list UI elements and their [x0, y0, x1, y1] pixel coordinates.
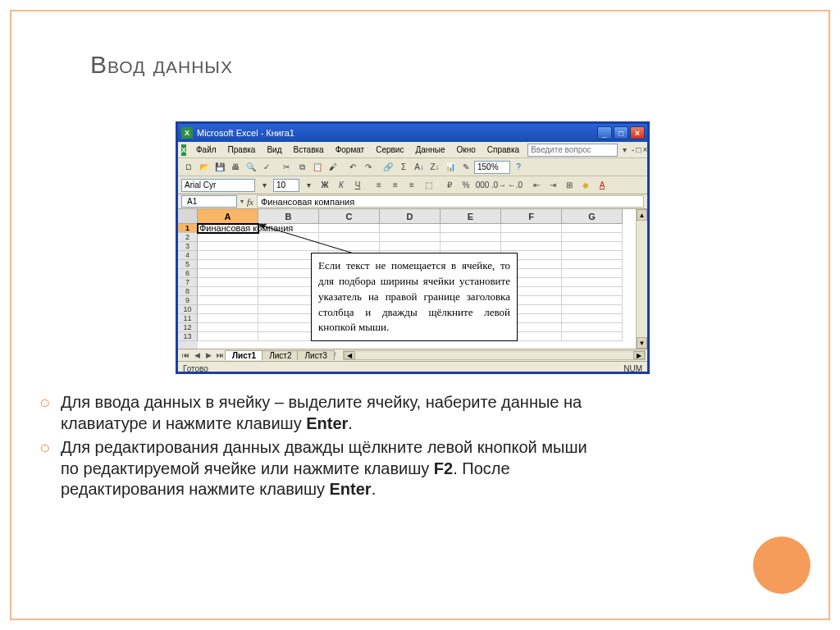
row-header-9[interactable]: 9	[178, 296, 198, 305]
cell[interactable]	[562, 332, 623, 341]
cell[interactable]	[258, 278, 319, 287]
cell[interactable]	[380, 233, 441, 242]
cell[interactable]	[258, 323, 319, 332]
row-header-10[interactable]: 10	[178, 305, 198, 314]
menu-insert[interactable]: Вставка	[288, 144, 328, 156]
cell[interactable]	[258, 233, 319, 242]
row-header-1[interactable]: 1	[178, 224, 198, 233]
cell[interactable]	[380, 224, 441, 233]
row-header-4[interactable]: 4	[178, 251, 198, 260]
doc-restore-button[interactable]: □	[636, 145, 641, 154]
col-header-g[interactable]: G	[562, 209, 623, 224]
cell[interactable]	[258, 269, 319, 278]
format-painter-icon[interactable]: 🖌	[326, 160, 340, 175]
font-color-icon[interactable]: A	[595, 178, 609, 193]
cell[interactable]	[258, 287, 319, 296]
sheet-tab-2[interactable]: Лист2	[262, 350, 299, 360]
tab-next-icon[interactable]: ▶	[203, 351, 214, 359]
cell[interactable]	[562, 287, 623, 296]
menu-edit[interactable]: Правка	[223, 144, 261, 156]
fill-color-icon[interactable]: ◆	[578, 178, 593, 193]
cell[interactable]	[562, 251, 623, 260]
cut-icon[interactable]: ✂	[279, 160, 294, 175]
cell[interactable]	[501, 242, 562, 251]
scroll-up-icon[interactable]: ▲	[637, 209, 647, 221]
inc-decimal-icon[interactable]: .0→	[491, 178, 506, 193]
cell[interactable]	[441, 233, 501, 242]
chart-icon[interactable]: 📊	[443, 160, 458, 175]
col-header-c[interactable]: C	[319, 209, 380, 224]
cell[interactable]	[198, 260, 258, 269]
row-header-13[interactable]: 13	[178, 332, 198, 341]
excel-menu-icon[interactable]: X	[181, 144, 186, 156]
formula-input[interactable]: Финансовая компания	[257, 195, 644, 208]
cell[interactable]	[319, 224, 380, 233]
zoom-input[interactable]: 150%	[474, 161, 510, 174]
menu-tools[interactable]: Сервис	[371, 144, 409, 156]
sheet-tab-1[interactable]: Лист1	[225, 350, 263, 360]
name-box-dropdown-icon[interactable]: ▾	[240, 198, 244, 205]
outdent-icon[interactable]: ⇤	[529, 178, 544, 193]
row-header-5[interactable]: 5	[178, 260, 198, 269]
cell[interactable]	[562, 323, 623, 332]
doc-close-button[interactable]: ×	[642, 145, 647, 154]
open-icon[interactable]: 📂	[197, 160, 212, 175]
col-header-f[interactable]: F	[501, 209, 562, 224]
cell-a1[interactable]: Финансовая компания	[198, 224, 258, 233]
tab-prev-icon[interactable]: ◀	[191, 351, 203, 359]
scroll-left-icon[interactable]: ◀	[344, 351, 355, 359]
cell[interactable]	[562, 296, 623, 305]
paste-icon[interactable]: 📋	[310, 160, 325, 175]
new-icon[interactable]: 🗋	[181, 160, 196, 175]
help-search-input[interactable]	[527, 144, 618, 157]
autosum-icon[interactable]: Σ	[396, 160, 411, 175]
copy-icon[interactable]: ⧉	[294, 160, 309, 175]
cell[interactable]	[562, 242, 623, 251]
row-header-3[interactable]: 3	[178, 242, 198, 251]
comma-icon[interactable]: 000	[475, 178, 490, 193]
help-icon[interactable]: ?	[511, 160, 526, 175]
sheet-tab-3[interactable]: Лист3	[297, 350, 334, 360]
cell[interactable]	[198, 323, 258, 332]
save-icon[interactable]: 💾	[212, 160, 227, 175]
align-left-icon[interactable]: ≡	[372, 178, 386, 193]
fx-icon[interactable]: fx	[247, 197, 253, 207]
select-all-corner[interactable]	[178, 209, 198, 224]
cell[interactable]	[441, 242, 501, 251]
italic-icon[interactable]: К	[334, 178, 349, 193]
cell[interactable]	[198, 296, 258, 305]
cell[interactable]	[562, 305, 623, 314]
cell[interactable]	[562, 224, 623, 233]
menu-help[interactable]: Справка	[482, 144, 524, 156]
name-box[interactable]: A1	[181, 195, 237, 208]
cell[interactable]	[198, 251, 258, 260]
help-dropdown-icon[interactable]: ▾	[619, 145, 630, 154]
cell[interactable]	[198, 242, 258, 251]
cell[interactable]	[198, 332, 258, 341]
cell[interactable]	[562, 269, 623, 278]
menu-data[interactable]: Данные	[410, 144, 450, 156]
cell[interactable]	[198, 305, 258, 314]
col-header-e[interactable]: E	[441, 209, 501, 224]
currency-icon[interactable]: ₽	[442, 178, 457, 193]
cell[interactable]	[258, 296, 319, 305]
font-size-select[interactable]: 10	[273, 179, 299, 192]
borders-icon[interactable]: ⊞	[562, 178, 577, 193]
row-header-12[interactable]: 12	[178, 323, 198, 332]
drawing-icon[interactable]: ✎	[459, 160, 473, 175]
horizontal-scrollbar[interactable]: ◀ ▶	[343, 350, 646, 360]
row-header-2[interactable]: 2	[178, 233, 198, 242]
cell[interactable]	[258, 305, 319, 314]
sort-asc-icon[interactable]: A↓	[412, 160, 427, 175]
font-name-select[interactable]: Arial Cyr	[181, 179, 255, 192]
cell[interactable]	[501, 233, 562, 242]
menu-view[interactable]: Вид	[262, 144, 286, 156]
cell[interactable]	[562, 233, 623, 242]
col-header-d[interactable]: D	[380, 209, 441, 224]
vertical-scrollbar[interactable]: ▲ ▼	[636, 209, 647, 349]
cell[interactable]	[198, 269, 258, 278]
cell[interactable]	[380, 242, 441, 251]
spell-icon[interactable]: ✓	[259, 160, 274, 175]
align-center-icon[interactable]: ≡	[388, 178, 403, 193]
cell[interactable]	[319, 242, 380, 251]
